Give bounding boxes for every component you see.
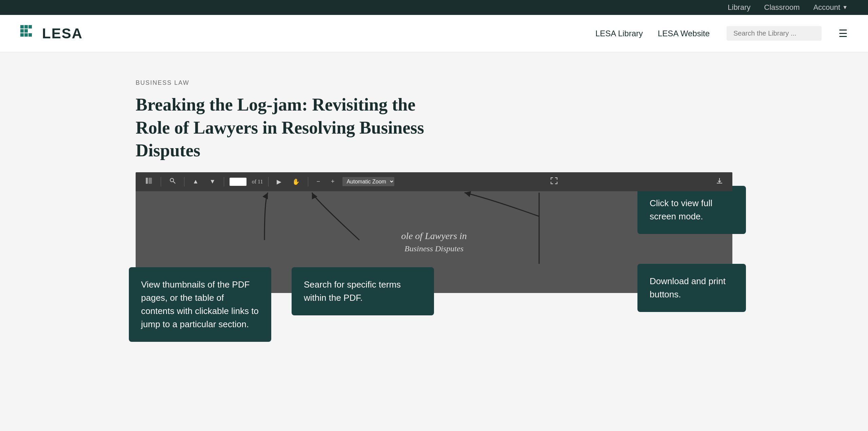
- pdf-search-button[interactable]: [166, 176, 179, 187]
- nav-lesa-library[interactable]: LESA Library: [595, 29, 643, 38]
- logo-text: LESA: [42, 25, 83, 42]
- tooltip-download: Download and print buttons.: [637, 264, 746, 312]
- pdf-next-page-button[interactable]: ▼: [207, 177, 218, 187]
- svg-point-10: [170, 178, 174, 182]
- pdf-wrapper: ▲ ▼ 1 of 11 ▶ ✋ − + Automatic Zoom: [136, 172, 732, 293]
- page-content: BUSINESS LAW Breaking the Log-jam: Revis…: [0, 52, 868, 320]
- svg-rect-12: [717, 183, 722, 183]
- tooltip-fullscreen: Click to view full screen mode.: [637, 186, 746, 234]
- svg-rect-6: [24, 33, 28, 37]
- tooltip-search: Search for specific terms within the PDF…: [292, 267, 434, 315]
- nav-lesa-website[interactable]: LESA Website: [658, 29, 710, 38]
- toolbar-separator-5: [308, 177, 308, 187]
- top-nav-classroom[interactable]: Classroom: [764, 3, 800, 12]
- header-nav: LESA Library LESA Website: [582, 29, 710, 38]
- lesa-logo-icon: [20, 25, 37, 42]
- top-nav-account[interactable]: Account ▼: [813, 3, 848, 12]
- pdf-toolbar: ▲ ▼ 1 of 11 ▶ ✋ − + Automatic Zoom: [136, 172, 732, 191]
- toolbar-separator-4: [268, 177, 269, 187]
- pdf-zoom-in-button[interactable]: +: [328, 177, 337, 187]
- svg-rect-8: [146, 178, 148, 184]
- svg-rect-2: [28, 25, 32, 28]
- top-nav-library[interactable]: Library: [728, 3, 750, 12]
- pdf-select-tool[interactable]: ▶: [274, 177, 284, 187]
- tooltip-thumbnails: View thumbnails of the PDF pages, or the…: [129, 267, 271, 342]
- main-header: LESA LESA Library LESA Website ☰: [0, 15, 868, 52]
- pdf-download-button[interactable]: [713, 176, 726, 187]
- toolbar-separator-3: [224, 177, 224, 187]
- hamburger-menu-icon[interactable]: ☰: [839, 27, 848, 39]
- top-bar: Library Classroom Account ▼: [0, 0, 868, 15]
- toolbar-separator-2: [184, 177, 184, 187]
- logo-area: LESA: [20, 25, 83, 42]
- svg-rect-1: [24, 25, 28, 28]
- svg-rect-4: [24, 29, 28, 33]
- pdf-sidebar-button[interactable]: [142, 176, 155, 188]
- pdf-content-text: ole of Lawyers in Business Disputes: [401, 231, 467, 253]
- pdf-fullscreen-button[interactable]: [548, 176, 560, 188]
- chevron-down-icon: ▼: [842, 4, 848, 11]
- pdf-page-count: of 11: [252, 179, 263, 185]
- pdf-page-input[interactable]: 1: [230, 178, 246, 186]
- svg-rect-7: [28, 33, 32, 37]
- pdf-hand-tool[interactable]: ✋: [290, 177, 302, 187]
- svg-line-11: [173, 181, 175, 183]
- svg-rect-9: [149, 178, 152, 184]
- pdf-zoom-select[interactable]: Automatic Zoom: [342, 177, 394, 186]
- svg-rect-5: [20, 33, 24, 37]
- header-right: LESA Library LESA Website ☰: [582, 26, 848, 41]
- breadcrumb: BUSINESS LAW: [136, 79, 732, 86]
- pdf-zoom-out-button[interactable]: −: [314, 177, 323, 187]
- svg-rect-3: [20, 29, 24, 33]
- search-input[interactable]: [727, 26, 822, 41]
- page-title: Breaking the Log-jam: Revisiting the Rol…: [136, 93, 441, 162]
- svg-rect-0: [20, 25, 24, 28]
- pdf-prev-page-button[interactable]: ▲: [190, 177, 201, 187]
- toolbar-separator-1: [161, 177, 161, 187]
